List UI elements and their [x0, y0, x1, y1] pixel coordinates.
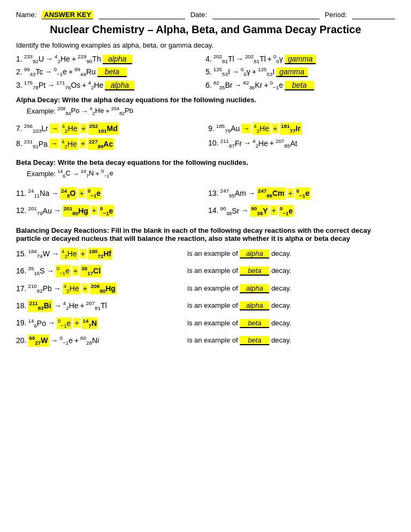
problem-7: 7. 256103Lr → 42He + 252101Md	[16, 123, 203, 134]
prob1-num: 1.	[16, 55, 22, 63]
prob14-arrow: →	[241, 206, 248, 215]
prob11-plus: +	[78, 188, 85, 198]
section1-problems: 1. 23392U → 42He + 22990Th alpha 4. 2028…	[16, 54, 395, 90]
ex-nuc2: 42He	[89, 106, 104, 116]
bex-nuc1: 146C	[57, 169, 71, 179]
problem-11: 11. 2411Na → 248O + 0−1e	[16, 187, 203, 199]
problem-9: 9. 18579Au → 42He + 18177Ir	[208, 123, 395, 134]
prob10-num: 10.	[208, 139, 218, 147]
prob12-arrow: →	[54, 206, 61, 215]
period-label: Period:	[325, 11, 347, 19]
prob5-nuc3: 12553I	[258, 66, 275, 77]
bal18-plus: +	[80, 301, 85, 310]
problem-8: 8. 23191Pa → 42He + 22789Ac	[16, 138, 203, 150]
bal18-num: 18.	[16, 301, 26, 310]
section2-example: Example: 20884Po → 42He + 20482Pb	[27, 106, 395, 116]
section1-instruction: Identify the following examples as alpha…	[16, 41, 395, 49]
bal17-arrow: →	[54, 284, 61, 293]
ex-nuc1: 20884Po	[57, 106, 79, 116]
section2-title: Alpha Decay: Write the alpha decay equat…	[16, 96, 395, 104]
bal17-num: 17.	[16, 284, 26, 293]
prob13-arrow: →	[248, 189, 255, 197]
bal20-num: 20.	[16, 336, 26, 345]
problem-1: 1. 23392U → 42He + 22990Th alpha	[16, 54, 206, 64]
bal17-nuc3: 20680Hg	[90, 283, 117, 294]
prob5-arrow: →	[232, 67, 239, 76]
bal17-nuc2: 42He	[63, 283, 80, 294]
prob6-answer: beta	[285, 81, 314, 90]
bal18-text: is an example of alpha decay.	[187, 301, 291, 310]
problem-row-1: 1. 23392U → 42He + 22990Th alpha 4. 2028…	[16, 54, 395, 64]
bal20-nuc2: 0−1e	[60, 335, 73, 346]
prob1-plus: +	[72, 55, 76, 63]
date-label: Date:	[191, 11, 207, 19]
prob7-num: 7.	[16, 124, 22, 133]
prob12-nuc3: 0−1e	[99, 205, 114, 217]
prob14-nuc2: 9039Y	[250, 205, 269, 217]
prob2-arrow: →	[45, 67, 52, 76]
prob7-arrow: →	[50, 124, 59, 133]
prob6-nuc3: 0−1e	[270, 80, 283, 90]
prob14-nuc1: 9038Sr	[220, 206, 239, 216]
bal15-equation: 15. 18474W → 42He + 18072Hf	[16, 248, 187, 260]
bal20-nuc1: 6027W	[28, 335, 49, 346]
bex-nuc2: 147N	[81, 169, 94, 179]
prob13-nuc1: 24795Am	[220, 188, 246, 199]
prob11-nuc1: 2411Na	[28, 188, 49, 199]
problem-4: 4. 20281Tl → 20281Tl + 00γ gamma	[206, 54, 395, 64]
prob8-nuc2: 42He	[60, 138, 78, 150]
prob7-nuc3: 252101Md	[88, 123, 119, 134]
prob8-num: 8.	[16, 139, 22, 148]
bal20-equation: 20. 6027W → 0−1e + 6028Ni	[16, 335, 187, 346]
problem-3: 3. 17578Pt → 17176Os + 42He alpha	[16, 80, 206, 90]
prob3-nuc3: 42He	[88, 80, 104, 90]
bal16-nuc3: 3517Cl	[80, 265, 102, 277]
ex-arrow: →	[81, 107, 88, 115]
prob11-nuc3: 0−1e	[87, 187, 102, 199]
bal17-plus: +	[82, 284, 88, 293]
prob12-plus: +	[91, 206, 97, 215]
alpha-problems: 7. 256103Lr → 42He + 252101Md 8. 23191Pa…	[16, 119, 395, 153]
prob8-arrow: →	[49, 139, 59, 148]
problem-13: 13. 24795Am → 24796Cm + 0−1e	[208, 187, 395, 199]
bal20-plus: +	[74, 336, 79, 345]
bal18-nuc2: 42He	[63, 300, 79, 311]
name-label: Name:	[16, 11, 36, 19]
bal19-arrow: →	[48, 318, 55, 327]
prob4-nuc3: 00γ	[273, 54, 283, 64]
beta-example-label: Example:	[27, 170, 56, 178]
date-field	[212, 11, 319, 19]
problem-10: 10. 21187Fr → 42He + 20785At	[208, 138, 395, 149]
bal-problem-18: 18. 21183Bi → 42He + 20781Tl is an examp…	[16, 300, 395, 311]
answer-key: ANSWER KEY	[42, 11, 93, 19]
prob14-plus: +	[270, 206, 277, 215]
problem-2: 2. 9943Tc → 0−1e + 9944Ru beta	[16, 66, 206, 77]
bal16-num: 16.	[16, 267, 26, 275]
bex-plus: +	[95, 170, 100, 178]
prob9-num: 9.	[208, 124, 215, 133]
prob13-nuc2: 24796Cm	[257, 187, 286, 199]
bal15-answer: alpha	[240, 249, 269, 259]
problem-14: 14. 9038Sr → 9039Y + 0−1e	[208, 205, 395, 217]
prob9-nuc2: 42He	[253, 123, 270, 134]
prob3-num: 3.	[16, 81, 22, 89]
prob1-arrow: →	[45, 55, 53, 63]
prob8-nuc1: 23191Pa	[24, 139, 48, 149]
prob3-plus: +	[82, 81, 86, 89]
prob5-nuc1: 12553I	[214, 66, 230, 77]
prob1-nuc2: 42He	[55, 54, 70, 64]
bal19-nuc2: 0−1e	[57, 317, 72, 329]
problem-row-3: 3. 17578Pt → 17176Os + 42He alpha 6. 823…	[16, 80, 395, 90]
bal19-num: 19.	[16, 318, 26, 327]
bal17-equation: 17. 21082Pb → 42He + 20680Hg	[16, 283, 187, 294]
bex-nuc3: 0−1e	[101, 169, 113, 179]
prob5-num: 5.	[206, 67, 212, 76]
prob9-nuc1: 18579Au	[216, 123, 240, 134]
ex-nuc3: 20482Pb	[111, 106, 133, 116]
bal15-arrow: →	[51, 249, 59, 258]
bal16-equation: 16. 3516S → 0−1e + 3517Cl	[16, 265, 187, 277]
problem-6: 6. 8235Br → 8236Kr + 0−1e beta	[206, 80, 395, 90]
bal19-plus: +	[73, 318, 80, 328]
bal-problem-19: 19. 146Po → 0−1e + 147N is an example of…	[16, 317, 395, 329]
prob1-nuc3: 22990Th	[78, 54, 101, 64]
